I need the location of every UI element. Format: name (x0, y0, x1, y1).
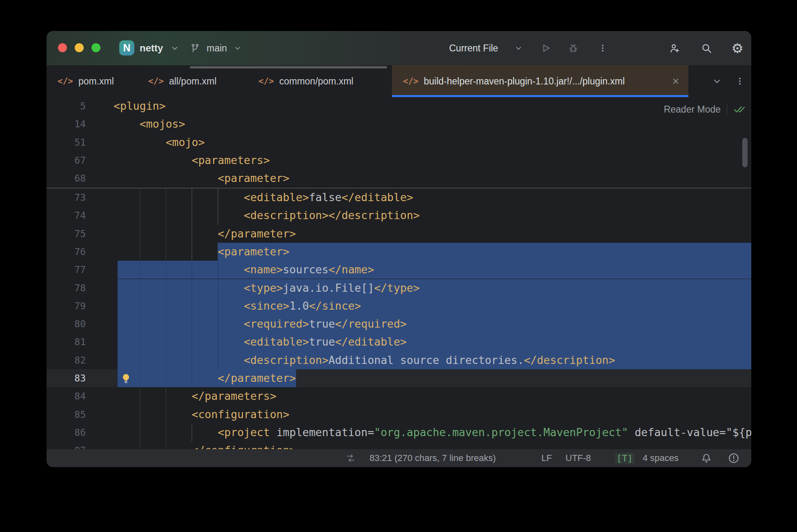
zoom-window-button[interactable] (91, 43, 100, 52)
branch-name[interactable]: main (207, 31, 227, 65)
code-text: </parameters> (114, 387, 276, 405)
xml-file-icon: </> (403, 76, 419, 86)
more-actions-kebab-icon[interactable] (594, 40, 611, 56)
tab-label: build-helper-maven-plugin-1.10.jar!/.../… (424, 76, 625, 87)
reader-mode-divider (727, 104, 727, 115)
line-number[interactable]: 75 (47, 225, 86, 243)
code-line[interactable]: 68 <parameter> (47, 169, 751, 187)
minimize-window-button[interactable] (75, 43, 84, 52)
tab-all-pom-xml[interactable]: </> all/pom.xml (137, 65, 247, 97)
line-number[interactable]: 80 (47, 315, 86, 333)
code-text: <editable>false</editable> (114, 188, 413, 206)
line-number[interactable]: 84 (47, 387, 86, 405)
indentation-widget[interactable]: 4 spaces (643, 449, 679, 467)
code-text: <mojo> (114, 133, 205, 151)
tab-pom-xml[interactable]: </> pom.xml (47, 65, 137, 97)
code-line[interactable]: 51 <mojo> (47, 133, 751, 151)
code-text: <configuration> (114, 406, 289, 423)
run-configuration[interactable]: Current File (449, 31, 498, 65)
code-line[interactable]: 83 </parameter> (47, 369, 751, 387)
project-chevron-down-icon[interactable] (167, 40, 183, 56)
code-text: <editable>true</editable> (114, 333, 407, 351)
search-everywhere-icon[interactable] (698, 40, 715, 56)
code-text: <description></description> (114, 206, 420, 224)
code-line[interactable]: 77 <name>sources</name> (47, 261, 751, 279)
line-separator-arrows-icon[interactable] (345, 449, 356, 467)
code-line[interactable]: 76 <parameter> (47, 243, 751, 261)
project-icon[interactable]: N (119, 40, 134, 55)
code-line[interactable]: 67 <parameters> (47, 151, 751, 169)
git-branch-icon (187, 40, 203, 56)
line-number[interactable]: 85 (47, 406, 86, 423)
file-encoding-widget[interactable]: UTF-8 (565, 449, 591, 467)
reader-mode-label: Reader Mode (664, 104, 721, 115)
line-number[interactable]: 83 (47, 369, 86, 387)
line-number[interactable]: 68 (47, 169, 86, 187)
line-number[interactable]: 77 (47, 261, 86, 279)
code-editor[interactable]: 5<plugin>14 <mojos>51 <mojo>67 <paramete… (47, 97, 751, 449)
close-window-button[interactable] (58, 43, 67, 52)
line-number[interactable]: 79 (47, 297, 86, 315)
code-with-me-add-user-icon[interactable] (666, 40, 683, 56)
line-number[interactable]: 78 (47, 279, 86, 297)
reader-mode-widget[interactable]: Reader Mode (664, 103, 746, 116)
line-number[interactable]: 5 (47, 97, 86, 115)
code-line[interactable]: 81 <editable>true</editable> (47, 333, 751, 351)
notifications-bell-icon[interactable] (700, 449, 712, 467)
tab-options-kebab-icon[interactable] (732, 73, 748, 89)
run-config-chevron-down-icon[interactable] (510, 40, 527, 56)
code-line[interactable]: 73 <editable>false</editable> (47, 188, 751, 206)
inspections-ok-double-check-icon[interactable] (733, 103, 746, 115)
run-button[interactable] (538, 40, 554, 56)
title-bar: N netty main Current File (47, 31, 751, 65)
code-text: <since>1.0</since> (114, 297, 361, 315)
line-number[interactable]: 14 (47, 115, 86, 133)
screenshot-canvas: { "titlebar": { "project_initial": "N", … (0, 0, 797, 532)
code-line[interactable]: 84 </parameters> (47, 387, 751, 405)
highlighting-level-badge[interactable]: [T] (615, 449, 634, 467)
tab-list-chevron-down-icon[interactable] (709, 73, 725, 89)
status-bar: 83:21 (270 chars, 7 line breaks) LF UTF-… (47, 449, 751, 467)
code-line[interactable]: 86 <project implementation="org.apache.m… (47, 423, 751, 441)
code-line[interactable]: 5<plugin> (47, 97, 751, 115)
caret-position-widget[interactable]: 83:21 (270 chars, 7 line breaks) (370, 449, 496, 467)
code-line[interactable]: 75 </parameter> (47, 225, 751, 243)
code-text: <parameter> (114, 243, 289, 261)
settings-gear-icon[interactable]: ⚙ (729, 40, 746, 56)
code-line[interactable]: 87 </configuration> (47, 441, 751, 449)
code-line[interactable]: 80 <required>true</required> (47, 315, 751, 333)
debug-button[interactable] (565, 40, 581, 56)
code-text: <name>sources</name> (114, 261, 374, 279)
line-number[interactable]: 51 (47, 133, 86, 151)
code-text: <required>true</required> (114, 315, 407, 333)
line-number[interactable]: 73 (47, 188, 86, 206)
tab-common-pom-xml[interactable]: </> common/pom.xml (247, 65, 392, 97)
problems-alert-icon[interactable] (728, 449, 740, 467)
code-line[interactable]: 78 <type>java.io.File[]</type> (47, 279, 751, 297)
xml-file-icon: </> (148, 76, 164, 86)
code-text: <parameter> (114, 169, 289, 187)
close-tab-icon[interactable] (671, 77, 680, 86)
editor-vertical-scrollbar-thumb[interactable] (742, 138, 748, 167)
gear-glyph: ⚙ (731, 42, 744, 55)
branch-chevron-down-icon[interactable] (229, 40, 246, 56)
code-line[interactable]: 74 <description></description> (47, 206, 751, 224)
project-name[interactable]: netty (140, 31, 163, 65)
line-number[interactable]: 67 (47, 151, 86, 169)
line-separator-widget[interactable]: LF (541, 449, 552, 467)
code-line[interactable]: 85 <configuration> (47, 406, 751, 423)
code-line[interactable]: 14 <mojos> (47, 115, 751, 133)
code-line[interactable]: 79 <since>1.0</since> (47, 297, 751, 315)
line-number[interactable]: 87 (47, 441, 86, 449)
selection-highlight (218, 243, 751, 261)
code-line[interactable]: 82 <description>Additional source direct… (47, 351, 751, 369)
line-number[interactable]: 82 (47, 351, 86, 369)
tab-plugin-xml-active[interactable]: </> build-helper-maven-plugin-1.10.jar!/… (392, 65, 688, 97)
line-number[interactable]: 74 (47, 206, 86, 224)
project-initial: N (123, 42, 130, 54)
code-text: <type>java.io.File[]</type> (114, 279, 420, 297)
code-text: </parameter> (114, 225, 296, 243)
line-number[interactable]: 81 (47, 333, 86, 351)
line-number[interactable]: 86 (47, 423, 86, 441)
line-number[interactable]: 76 (47, 243, 86, 261)
